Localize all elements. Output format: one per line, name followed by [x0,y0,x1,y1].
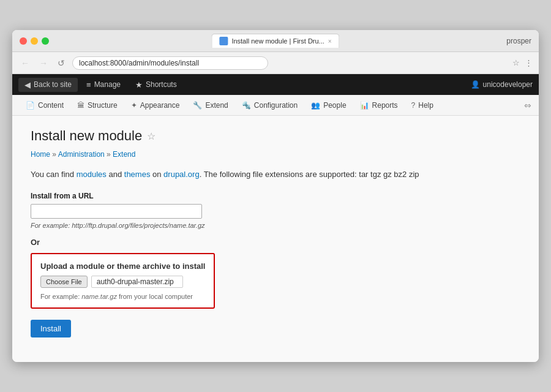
address-input[interactable] [72,56,268,70]
desc-extensions: tar tgz gz bz2 zip [359,170,419,179]
nav-extend[interactable]: 🔧 Extend [187,97,234,113]
help-icon: ? [411,101,416,110]
breadcrumb-home[interactable]: Home [31,150,50,159]
nav-structure-label: Structure [88,101,118,110]
breadcrumb-administration[interactable]: Administration [58,150,105,159]
address-bar-icons: ☆ ⋮ [512,58,533,67]
back-arrow-icon: ◀ [24,80,31,89]
profile-name: prosper [506,37,531,45]
menu-icon[interactable]: ⋮ [525,58,533,67]
nav-configuration-label: Configuration [254,101,298,110]
nav-collapse-icon[interactable]: ⇔ [524,100,531,110]
back-button[interactable]: ← [18,57,32,69]
modules-link[interactable]: modules [77,170,107,179]
forward-button[interactable]: → [37,57,50,69]
nav-configuration[interactable]: 🔩 Configuration [236,97,304,113]
nav-help[interactable]: ? Help [405,97,440,113]
configuration-icon: 🔩 [242,101,251,110]
bookmark-icon[interactable]: ☆ [512,58,520,67]
file-input-row: Choose File auth0-drupal-master.zip [40,276,205,288]
url-example-url: http://ftp.drupal.org/files/projects/nam… [72,222,204,229]
refresh-button[interactable]: ↺ [55,57,67,69]
manage-icon: ≡ [86,80,91,89]
back-to-site-label: Back to site [34,80,72,89]
url-input[interactable] [31,204,202,219]
address-bar: ← → ↺ ☆ ⋮ [12,52,539,74]
username: unicodeveloper [483,80,533,89]
minimize-button[interactable] [31,37,38,45]
nav-content[interactable]: 📄 Content [20,97,70,113]
admin-toolbar: ◀ Back to site ≡ Manage ★ Shortcuts 👤 un… [12,74,539,95]
upload-example-prefix: For example: [40,293,81,300]
back-to-site-button[interactable]: ◀ Back to site [18,78,78,92]
desc-and: and [107,170,124,179]
nav-help-label: Help [418,101,433,110]
manage-label: Manage [94,80,121,89]
people-icon: 👥 [311,101,320,110]
desc-on: on [150,170,163,179]
upload-title: Upload a module or theme archive to inst… [40,262,205,271]
maximize-button[interactable] [42,37,49,45]
shortcuts-button[interactable]: ★ Shortcuts [129,78,183,92]
active-tab[interactable]: Install new module | First Dru... × [211,34,339,48]
upload-box: Upload a module or theme archive to inst… [31,253,215,309]
url-label: Install from a URL [31,192,520,200]
install-button[interactable]: Install [31,320,71,337]
url-example: For example: http://ftp.drupal.org/files… [31,222,520,229]
or-divider: Or [31,238,520,247]
url-example-prefix: For example: [31,222,72,229]
shortcuts-label: Shortcuts [146,80,177,89]
breadcrumb-sep2: » [105,150,113,159]
secondary-nav: 📄 Content 🏛 Structure ✦ Appearance 🔧 Ext… [12,95,539,116]
nav-appearance-label: Appearance [140,101,180,110]
nav-structure[interactable]: 🏛 Structure [71,97,124,113]
page-description: You can find modules and themes on drupa… [31,168,520,181]
breadcrumb-extend[interactable]: Extend [113,150,135,159]
install-from-url-section: Install from a URL For example: http://f… [31,192,520,229]
page-title-text: Install new module [31,128,142,144]
tab-bar: Install new module | First Dru... × [211,34,339,48]
drupal-link[interactable]: drupal.org [163,170,200,179]
upload-example-text: For example: name.tar.gz from your local… [40,293,205,300]
shortcuts-star-icon: ★ [135,80,143,89]
user-menu[interactable]: 👤 unicodeveloper [471,80,533,89]
desc-suffix: . The following file extensions are supp… [200,170,359,179]
page-content: Install new module ☆ Home » Administrati… [12,116,539,362]
nav-content-label: Content [38,101,64,110]
page-title: Install new module ☆ [31,128,520,144]
user-icon: 👤 [471,80,480,89]
content-icon: 📄 [26,101,35,110]
tab-close-button[interactable]: × [328,38,332,45]
structure-icon: 🏛 [77,101,84,110]
traffic-lights [20,37,49,45]
favorite-star-icon[interactable]: ☆ [147,130,156,142]
browser-window: Install new module | First Dru... × pros… [12,30,539,362]
selected-file-name: auth0-drupal-master.zip [91,276,183,288]
nav-reports[interactable]: 📊 Reports [354,97,404,113]
reports-icon: 📊 [360,101,369,110]
choose-file-button[interactable]: Choose File [40,276,88,288]
nav-people-label: People [323,101,346,110]
upload-example-suffix: from your local computer [117,293,193,300]
title-bar: Install new module | First Dru... × pros… [12,30,539,52]
themes-link[interactable]: themes [124,170,151,179]
manage-button[interactable]: ≡ Manage [80,78,127,92]
appearance-icon: ✦ [131,101,137,110]
desc-prefix: You can find [31,170,77,179]
close-button[interactable] [20,37,27,45]
tab-favicon [219,37,228,45]
nav-reports-label: Reports [372,101,398,110]
breadcrumb: Home » Administration » Extend [31,150,520,159]
upload-example-em: name.tar.gz [81,293,117,300]
nav-extend-label: Extend [205,101,228,110]
extend-icon: 🔧 [193,101,202,110]
breadcrumb-sep1: » [50,150,58,159]
tab-label: Install new module | First Dru... [231,37,324,45]
nav-people[interactable]: 👥 People [305,97,352,113]
nav-appearance[interactable]: ✦ Appearance [125,97,186,113]
